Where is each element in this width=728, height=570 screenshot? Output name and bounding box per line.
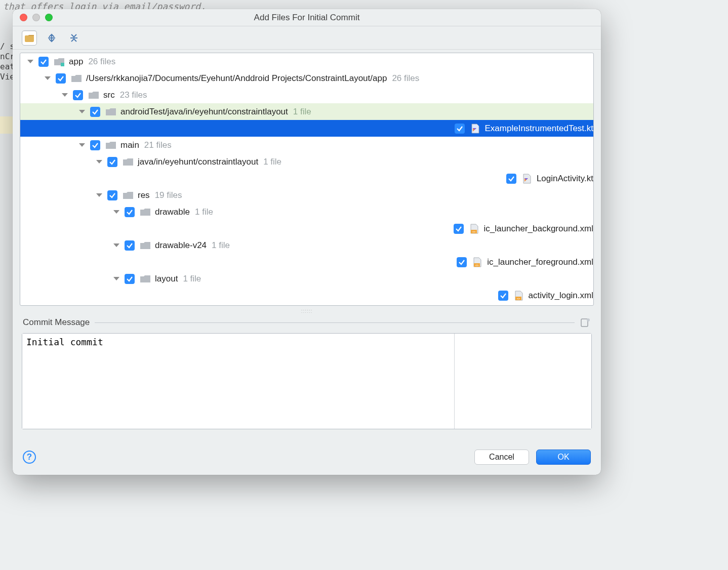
expand-all-button[interactable] bbox=[44, 30, 59, 46]
commit-message-area bbox=[22, 333, 592, 429]
tree-item-label: ic_launcher_background.xml bbox=[484, 224, 593, 234]
checkbox[interactable] bbox=[455, 124, 465, 134]
xml-file-icon: <> bbox=[513, 291, 524, 300]
tree-row[interactable]: main21 files bbox=[20, 137, 593, 153]
tree-row[interactable]: androidTest/java/in/eyehunt/constraintla… bbox=[20, 103, 593, 120]
svg-text:<>: <> bbox=[475, 263, 479, 267]
disclosure-icon[interactable] bbox=[96, 193, 102, 197]
disclosure-icon bbox=[131, 260, 452, 264]
kotlin-file-icon bbox=[521, 174, 533, 183]
svg-rect-0 bbox=[25, 35, 34, 42]
tree-item-label: drawable bbox=[155, 207, 190, 217]
ok-button[interactable]: OK bbox=[536, 450, 591, 465]
checkbox[interactable] bbox=[90, 140, 100, 150]
disclosure-icon[interactable] bbox=[45, 76, 51, 80]
svg-text:<>: <> bbox=[516, 297, 520, 300]
disclosure-icon[interactable] bbox=[27, 60, 33, 63]
checkbox[interactable] bbox=[38, 57, 49, 67]
disclosure-icon[interactable] bbox=[62, 93, 68, 97]
folder-icon bbox=[71, 74, 82, 83]
collapse-all-button[interactable] bbox=[66, 30, 82, 46]
tree-item-count: 19 files bbox=[155, 190, 182, 200]
tree-row[interactable]: <>activity_login.xml bbox=[20, 287, 593, 304]
checkbox[interactable] bbox=[457, 257, 467, 267]
tree-item-label: /Users/rkkanojia7/Documents/Eyehunt/Andd… bbox=[86, 73, 387, 84]
kotlin-file-icon bbox=[470, 124, 481, 133]
tree-item-label: main bbox=[120, 140, 139, 150]
folder-icon bbox=[88, 91, 99, 100]
splitter[interactable]: :::::: bbox=[13, 309, 601, 313]
svg-text:<>: <> bbox=[472, 230, 476, 233]
folder-icon bbox=[140, 274, 151, 283]
checkbox[interactable] bbox=[107, 190, 117, 200]
toolbar bbox=[13, 26, 601, 50]
checkbox[interactable] bbox=[125, 274, 135, 284]
checkbox[interactable] bbox=[498, 291, 508, 301]
add-files-dialog: Add Files For Initial Commit app26 files… bbox=[13, 9, 601, 475]
tree-row[interactable]: src23 files bbox=[20, 87, 593, 103]
tree-item-label: src bbox=[103, 90, 115, 100]
tree-row[interactable]: ExampleInstrumentedTest.kt bbox=[20, 120, 593, 137]
tree-item-label: app bbox=[69, 57, 83, 67]
close-icon[interactable] bbox=[20, 14, 27, 21]
disclosure-icon[interactable] bbox=[96, 160, 102, 164]
module-icon bbox=[54, 57, 65, 66]
tree-item-count: 1 file bbox=[263, 157, 281, 167]
zoom-icon[interactable] bbox=[45, 14, 53, 21]
tree-item-count: 26 files bbox=[392, 73, 419, 84]
tree-row[interactable]: java/in/eyehunt/constraintlayout1 file bbox=[20, 153, 593, 170]
commit-message-input[interactable] bbox=[22, 334, 455, 429]
dialog-title: Add Files For Initial Commit bbox=[13, 13, 601, 23]
tree-row[interactable]: <>ic_launcher_background.xml bbox=[20, 220, 593, 237]
checkbox[interactable] bbox=[107, 157, 117, 167]
checkbox[interactable] bbox=[73, 90, 83, 100]
tree-row[interactable]: /Users/rkkanojia7/Documents/Eyehunt/Andd… bbox=[20, 70, 593, 87]
tree-item-label: res bbox=[138, 190, 150, 200]
tree-item-label: LoginActivity.kt bbox=[537, 174, 593, 184]
checkbox[interactable] bbox=[125, 207, 135, 217]
checkbox[interactable] bbox=[56, 73, 66, 84]
disclosure-icon[interactable] bbox=[79, 110, 85, 113]
checkbox[interactable] bbox=[506, 174, 516, 184]
tree-item-count: 1 file bbox=[293, 107, 311, 117]
disclosure-icon[interactable] bbox=[113, 277, 119, 280]
disclosure-icon bbox=[131, 227, 449, 230]
help-icon[interactable]: ? bbox=[23, 451, 36, 464]
checkbox[interactable] bbox=[90, 107, 100, 117]
tree-row[interactable]: layout1 file bbox=[20, 270, 593, 287]
svg-rect-4 bbox=[61, 63, 64, 66]
tree-item-label: java/in/eyehunt/constraintlayout bbox=[138, 157, 258, 167]
tree-item-label: ExampleInstrumentedTest.kt bbox=[485, 124, 593, 134]
checkbox[interactable] bbox=[454, 224, 464, 234]
disclosure-icon[interactable] bbox=[79, 143, 85, 147]
window-controls bbox=[13, 14, 53, 21]
disclosure-icon[interactable] bbox=[113, 243, 119, 247]
tree-row[interactable]: <>ic_launcher_foreground.xml bbox=[20, 254, 593, 270]
folder-icon bbox=[105, 107, 116, 116]
disclosure-icon[interactable] bbox=[113, 210, 119, 214]
titlebar: Add Files For Initial Commit bbox=[13, 9, 601, 26]
tree-item-label: ic_launcher_foreground.xml bbox=[487, 257, 593, 267]
tree-item-label: androidTest/java/in/eyehunt/constraintla… bbox=[120, 107, 288, 117]
group-by-directory-button[interactable] bbox=[22, 30, 37, 46]
tree-item-count: 26 files bbox=[88, 57, 115, 67]
tree-row[interactable]: res19 files bbox=[20, 187, 593, 203]
file-tree[interactable]: app26 files/Users/rkkanojia7/Documents/E… bbox=[20, 53, 594, 306]
tree-item-label: layout bbox=[155, 274, 178, 284]
checkbox[interactable] bbox=[125, 240, 135, 251]
folder-icon bbox=[123, 157, 134, 167]
tree-row[interactable]: LoginActivity.kt bbox=[20, 170, 593, 187]
commit-message-label: Commit Message bbox=[23, 317, 90, 328]
xml-file-icon: <> bbox=[469, 224, 480, 233]
tree-row[interactable]: drawable1 file bbox=[20, 203, 593, 220]
tree-item-count: 21 files bbox=[144, 140, 172, 150]
cancel-button[interactable]: Cancel bbox=[474, 450, 529, 465]
commit-history-icon[interactable] bbox=[580, 317, 591, 328]
disclosure-icon bbox=[96, 127, 450, 130]
folder-icon bbox=[140, 241, 151, 250]
tree-row[interactable]: app26 files bbox=[20, 53, 593, 70]
folder-icon bbox=[123, 191, 134, 200]
svg-point-16 bbox=[587, 318, 590, 321]
tree-row[interactable]: drawable-v241 file bbox=[20, 237, 593, 254]
minimize-icon bbox=[32, 14, 40, 21]
